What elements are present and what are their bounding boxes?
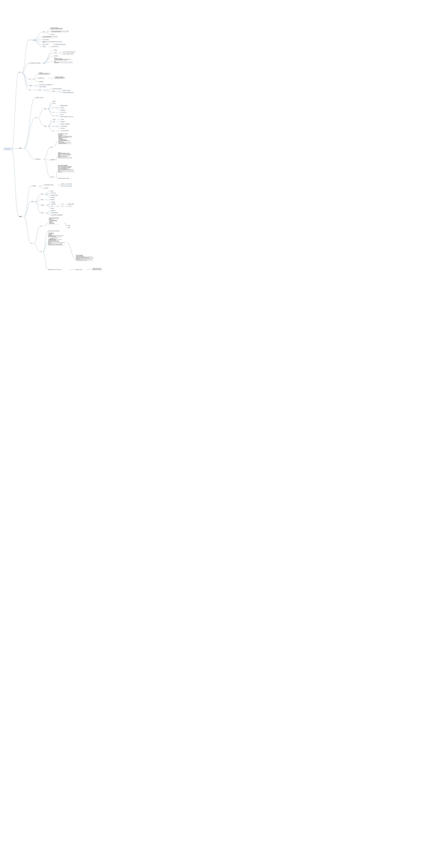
- hist: history是一个callback，history.history成员变量保存…: [42, 41, 62, 43]
- jc: 交叉: [53, 107, 54, 108]
- wg3: 一组一组参数测试（可以并行化）: [50, 195, 58, 196]
- mjyd2: 兼容没有出现过的特征组合: [61, 126, 67, 127]
- mimocode: input_wide = keras.layers.Input(shape=[5…: [58, 165, 74, 173]
- qd: 缺点: [53, 115, 54, 116]
- oh: onehot表示: [53, 103, 56, 104]
- drop2: AlphaDropout: [52, 91, 56, 92]
- yd: 优点: [53, 112, 54, 113]
- subcode: class WideDeepModel(keras.models.Model):…: [58, 133, 72, 144]
- qd1: 需要人工设计: [60, 114, 64, 115]
- ga: 遗传算法搜索: [41, 205, 44, 206]
- bn3: 一定程度缓解梯度消失: [38, 81, 44, 82]
- sk1: tf.keras下面有个wrappers, sklearn,KerasRegre…: [48, 230, 60, 231]
- mjyd: 优点: [53, 126, 54, 127]
- mxct2: 等价于model=keras.models.Sequential([keras.…: [50, 31, 69, 33]
- why1: 精调网络中有很多训练过程中不变的参数: [44, 184, 54, 185]
- root-node: 2 tfkeras简介: [3, 148, 11, 150]
- tb: tensorboard: [54, 52, 57, 53]
- skcode: # RandomizedSearchCV # 1. 转化为sklearn 的mo…: [48, 232, 65, 245]
- mj1: 用向量表达: [53, 119, 56, 120]
- fapicode: # 函数式 API input=keras.layers.Input(shape…: [58, 152, 72, 158]
- fapi: 功能API(函数式API): [50, 159, 55, 160]
- norm: 实现归一化：x=(x-u)/std: [42, 44, 49, 45]
- xs: 稀疏特征: [44, 108, 46, 109]
- root-text: 2 tfkeras简介: [4, 149, 11, 150]
- tb1: 命令行中：tensorbord --logdir=callbacks(文件夹的名…: [63, 52, 75, 53]
- tz: 特征: [35, 117, 37, 118]
- mjqd: 缺点: [53, 130, 54, 131]
- lsw: 离散值特征: [53, 101, 56, 102]
- keras: keras: [19, 72, 21, 73]
- qd2: 可能过于契合，所有特征做交叉，相当于记住每一个样本: [60, 116, 73, 117]
- qf: 启发式搜索: [41, 212, 44, 213]
- why2: 手工尝试消费人力: [44, 188, 49, 189]
- qf1: 研究热点！AutoML: [51, 210, 56, 211]
- why1b: 训练参数：batch_size, 学习率，学习率衰减算法: [61, 186, 72, 187]
- wg4: 缺点: 只能取预设值: [50, 197, 55, 198]
- rs1: 替代值取可能很多: [50, 199, 55, 200]
- jc2: 实现记忆的效果: [60, 107, 64, 108]
- forcode: # learning rate [1e-4, 3e-4, 1e-3, 1e-2,…: [49, 217, 59, 224]
- selu1: 自带归一化的激活函数，也能一定程度缓解梯度消失的问题: [39, 84, 53, 85]
- mjyd1: 带有语义信息，不同向量之间有相关性: [61, 124, 70, 124]
- sz: 实战: [31, 243, 33, 244]
- mjyd3: 更少的人工参与: [61, 128, 65, 129]
- tb2: 会给你提供一个人服务器的地址，如local:6006: [63, 53, 74, 54]
- yd1: 有效，广泛应用于工业界: [60, 112, 66, 113]
- eval1: model.evaluate(x_test, y_test): [51, 46, 59, 47]
- hyper: 超参数搜索: [19, 216, 22, 217]
- skr: 要搜索的参数是：hidden_layers, layer_sice, learn…: [48, 269, 61, 270]
- sk: scikit: [40, 251, 42, 252]
- cbcode: callbacks = [ keras.callbacks.TensorBoar…: [54, 58, 73, 63]
- bn2: 激活函数放在归一化后面: [38, 78, 44, 79]
- ga1: 对自然界的模拟: [51, 202, 55, 203]
- mj2a: 查表词汇到距离: [61, 121, 65, 122]
- for: for循环: [40, 226, 42, 226]
- mj2: word2vec: [53, 121, 55, 122]
- mxct3: model.summary(): [50, 34, 55, 35]
- rs: 随机搜索: [41, 199, 43, 200]
- why1a: 网络结构参数：几层，每层宽度，每层激活函数: [61, 184, 72, 184]
- jc1: 稀疏特征做交叉可以取并集信息: [60, 105, 68, 106]
- ga4: C.重新到A: [51, 208, 54, 209]
- wg2: 每个方格对应一组参数: [50, 192, 56, 193]
- for1: 简单粗暴: [67, 225, 70, 226]
- qf2: 使用循环神经网络来生成参数: [51, 212, 58, 213]
- ga3b: 变异: [62, 206, 64, 207]
- drop2a: 均值和方差不变，归一化性质不变: [63, 90, 71, 91]
- skr2: print(random_search_cv.best_params_) pri…: [92, 268, 102, 270]
- wg: 网格搜索: [41, 194, 43, 195]
- widedeep: wide&deep: [19, 148, 22, 149]
- bn: 批归一化: [29, 79, 32, 80]
- ga3c: 产生下一代集合: [67, 206, 72, 207]
- early: earlystopping: [54, 50, 58, 51]
- mjqd1: 过度泛化，推荐不怎么相关的产品: [61, 130, 69, 131]
- yige: 一个小例: [29, 39, 32, 40]
- mj1a: embedding: [61, 119, 64, 120]
- mxct: 模型创建: [42, 31, 45, 32]
- mimo: 多输入和多输出: [50, 177, 54, 178]
- for2: 无法并行化: [67, 227, 70, 228]
- mxct1: model = keras.models.Sequential() model.…: [50, 27, 63, 30]
- mcpt: modelcheckpoint: [54, 56, 58, 56]
- selu2: 效果非常好，比BN效果好很多: [39, 86, 46, 87]
- ga2a: 训练: [62, 204, 64, 205]
- drop: dropout: [29, 90, 31, 90]
- xl: 训练：history = model.fit(): [42, 39, 49, 40]
- ga3a: 交叉: [57, 206, 59, 207]
- mimo2: # 预测时，多输出也例如evaluate中，也需要两份y。: [58, 178, 70, 179]
- ga2b: 得到模型指标作为生存概率: [67, 204, 74, 205]
- ga2: A. 初始化参数集合: [51, 204, 56, 205]
- ss: 搜索策略: [31, 201, 34, 202]
- selu: selu激活函数: [29, 85, 33, 86]
- eval: 测试集上评估: [42, 46, 46, 47]
- bn2a: model.add(keras.layers.Dense(100)) model…: [55, 76, 65, 79]
- qf3: 使用强化学习来进行反馈，使用模型来训练生成参数: [51, 215, 63, 216]
- wg1: 定义n维方格: [50, 190, 54, 191]
- wdz: wide&deep模型知识点: [35, 159, 41, 160]
- skp: from scipy.stats import reciprocal # rec…: [75, 255, 94, 261]
- skr1: 查看最后的参数、分数、模型: [75, 269, 83, 270]
- sub: 子类API: [50, 147, 53, 148]
- drop2b: model.add(keras.layers.Alphadropout(rate…: [63, 92, 74, 93]
- wd1: Google16年发布，用于分类和回归: [35, 97, 43, 98]
